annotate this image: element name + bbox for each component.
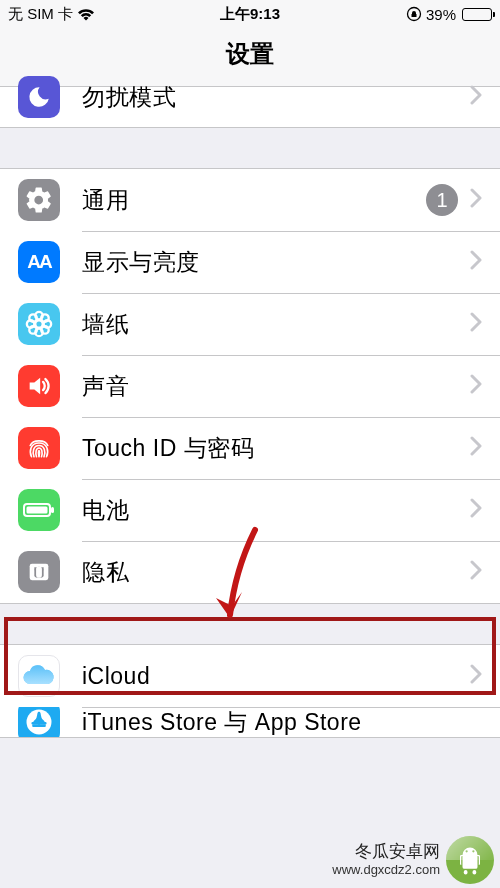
svg-rect-11: [27, 507, 48, 514]
status-right: 39%: [406, 6, 492, 23]
wallpaper-icon: [18, 303, 60, 345]
row-label: 隐私: [82, 557, 470, 588]
svg-point-9: [41, 326, 48, 333]
row-label: iCloud: [82, 663, 470, 690]
settings-group-main: 通用 1 AA 显示与亮度 墙纸 声音: [0, 168, 500, 604]
app-store-icon: [18, 707, 60, 737]
settings-group-account: iCloud iTunes Store 与 App Store: [0, 644, 500, 738]
svg-point-7: [41, 314, 48, 321]
svg-rect-15: [463, 855, 478, 869]
do-not-disturb-icon: [18, 76, 60, 118]
row-label: 通用: [82, 185, 426, 216]
chevron-right-icon: [470, 85, 482, 109]
watermark: 冬瓜安卓网 www.dgxcdz2.com: [332, 836, 494, 884]
chevron-right-icon: [470, 498, 482, 522]
row-battery[interactable]: 电池: [0, 479, 500, 541]
svg-rect-18: [464, 870, 468, 874]
row-label: 勿扰模式: [82, 82, 470, 113]
row-privacy[interactable]: 隐私: [0, 541, 500, 603]
icloud-icon: [18, 655, 60, 697]
settings-group-partial-top: 勿扰模式: [0, 87, 500, 128]
row-label: 墙纸: [82, 309, 470, 340]
watermark-badge-icon: [446, 836, 494, 884]
carrier-text: 无 SIM 卡: [8, 5, 73, 24]
row-touchid[interactable]: Touch ID 与密码: [0, 417, 500, 479]
page-title: 设置: [0, 28, 500, 87]
general-icon: [18, 179, 60, 221]
notification-badge: 1: [426, 184, 458, 216]
chevron-right-icon: [470, 374, 482, 398]
display-brightness-icon: AA: [18, 241, 60, 283]
sound-icon: [18, 365, 60, 407]
row-label: Touch ID 与密码: [82, 433, 470, 464]
battery-settings-icon: [18, 489, 60, 531]
row-label: 显示与亮度: [82, 247, 470, 278]
row-icloud[interactable]: iCloud: [0, 645, 500, 707]
watermark-url: www.dgxcdz2.com: [332, 862, 440, 878]
svg-rect-12: [51, 507, 54, 513]
battery-percent: 39%: [426, 6, 456, 23]
svg-rect-19: [473, 870, 477, 874]
row-display[interactable]: AA 显示与亮度: [0, 231, 500, 293]
battery-icon: [462, 8, 492, 21]
row-label: iTunes Store 与 App Store: [82, 707, 482, 737]
svg-point-17: [472, 850, 474, 852]
chevron-right-icon: [470, 188, 482, 212]
row-wallpaper[interactable]: 墙纸: [0, 293, 500, 355]
status-bar: 无 SIM 卡 上午9:13 39%: [0, 0, 500, 28]
row-general[interactable]: 通用 1: [0, 169, 500, 231]
orientation-lock-icon: [406, 6, 422, 22]
wifi-icon: [77, 8, 95, 21]
svg-point-6: [29, 314, 36, 321]
touchid-icon: [18, 427, 60, 469]
chevron-right-icon: [470, 664, 482, 688]
row-dnd[interactable]: 勿扰模式: [0, 87, 500, 127]
status-time: 上午9:13: [220, 5, 280, 24]
watermark-name: 冬瓜安卓网: [332, 842, 440, 862]
row-appstore[interactable]: iTunes Store 与 App Store: [0, 707, 500, 737]
svg-point-8: [29, 326, 36, 333]
chevron-right-icon: [470, 436, 482, 460]
row-label: 声音: [82, 371, 470, 402]
row-label: 电池: [82, 495, 470, 526]
status-left: 无 SIM 卡: [8, 5, 95, 24]
chevron-right-icon: [470, 312, 482, 336]
chevron-right-icon: [470, 250, 482, 274]
chevron-right-icon: [470, 560, 482, 584]
privacy-icon: [18, 551, 60, 593]
svg-point-16: [466, 850, 468, 852]
row-sound[interactable]: 声音: [0, 355, 500, 417]
